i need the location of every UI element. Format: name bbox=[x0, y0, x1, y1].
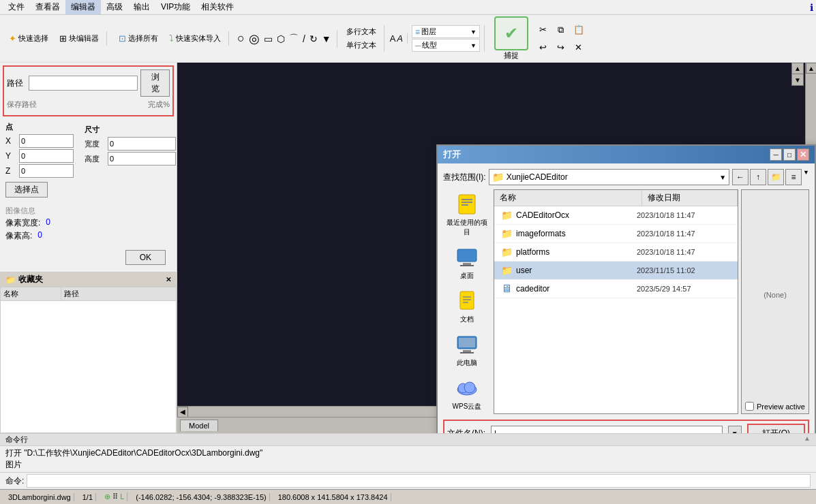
nav-view-btn[interactable]: ≡ bbox=[785, 169, 802, 185]
file-row-1[interactable]: 📁 imageformats 2023/10/18 11:47 bbox=[494, 225, 738, 243]
pixel-width-value: 0 bbox=[46, 217, 50, 229]
nav-back-btn[interactable]: ← bbox=[732, 169, 749, 185]
command-area: 命令行 ▲ 打开 "D:\工作软件\XunjieCADEditor\CADEdi… bbox=[0, 433, 816, 489]
rect-tool[interactable]: ▭ bbox=[262, 32, 274, 46]
bookmarks-cols: 名称 路径 bbox=[1, 287, 176, 301]
nav-new-folder-btn[interactable]: 📁 bbox=[768, 169, 784, 185]
command-output: 打开 "D:\工作软件\XunjieCADEditor\CADEditorOcx… bbox=[0, 446, 816, 472]
expand-command-icon[interactable]: ▲ bbox=[804, 435, 811, 445]
svg-rect-15 bbox=[463, 263, 471, 265]
circle2-tool[interactable]: ◎ bbox=[247, 30, 261, 48]
multiline-text-btn[interactable]: 多行文本 bbox=[343, 25, 380, 38]
font-tool[interactable]: A bbox=[390, 33, 396, 44]
more-draw-tool[interactable]: ▼ bbox=[320, 32, 333, 46]
sidebar-desktop[interactable]: 桌面 bbox=[443, 242, 491, 283]
dialog-maximize-btn[interactable]: □ bbox=[783, 148, 796, 161]
select-all-btn[interactable]: ⊡ 选择所有 bbox=[114, 31, 163, 46]
status-nav-icons: ⊕ ⠿ L bbox=[102, 492, 127, 501]
circle-tool[interactable]: ○ bbox=[236, 30, 246, 47]
rotate-tool[interactable]: ↻ bbox=[308, 32, 319, 46]
sidebar-computer[interactable]: 此电脑 bbox=[443, 330, 491, 371]
dialog-titlebar: 打开 ─ □ ✕ bbox=[438, 146, 815, 163]
select-point-button[interactable]: 选择点 bbox=[5, 182, 48, 198]
file-row-4[interactable]: 🖥 cadeditor 2023/5/29 14:57 bbox=[494, 280, 738, 298]
width-label: 宽度 bbox=[85, 139, 105, 149]
svg-point-27 bbox=[464, 382, 475, 393]
open-button[interactable]: 打开(O) bbox=[747, 424, 805, 433]
preview-active-checkbox[interactable] bbox=[745, 402, 754, 411]
status-location-icon[interactable]: ⊕ bbox=[104, 492, 110, 501]
capture-btn[interactable]: ✔ 捕捉 bbox=[494, 16, 528, 61]
menu-viewer[interactable]: 查看器 bbox=[30, 0, 65, 14]
dialog-close-btn[interactable]: ✕ bbox=[797, 148, 809, 161]
file-row-3[interactable]: 📁 user 2023/11/15 11:02 bbox=[494, 262, 738, 280]
delete-tool[interactable]: ✕ bbox=[571, 40, 587, 56]
browse-button[interactable]: 浏览 bbox=[140, 69, 170, 97]
command-output-line2: 图片 bbox=[5, 459, 811, 471]
status-snap-icon[interactable]: L bbox=[120, 492, 124, 501]
filename-input[interactable] bbox=[491, 426, 723, 434]
command-prompt-label: 命令: bbox=[5, 475, 24, 487]
edit-tools-grid: ✂ ⧉ 📋 ↩ ↪ ✕ bbox=[535, 22, 587, 56]
sidebar-documents[interactable]: 文档 bbox=[443, 286, 491, 327]
location-label: 查找范围(I): bbox=[443, 172, 486, 183]
sidebar-wps-cloud[interactable]: WPS云盘 bbox=[443, 373, 491, 414]
command-input-row: 命令: bbox=[0, 472, 816, 489]
layer-combo[interactable]: ≡ 图层 ▼ bbox=[412, 25, 480, 38]
file-name-2: platforms bbox=[516, 247, 637, 257]
singleline-text-btn[interactable]: 单行文本 bbox=[343, 39, 380, 52]
col-path: 路径 bbox=[61, 287, 176, 300]
status-grid-icon[interactable]: ⠿ bbox=[112, 492, 118, 501]
recent-icon bbox=[455, 192, 479, 217]
sidebar-recent[interactable]: 最近使用的项目 bbox=[443, 189, 491, 240]
linetype-combo[interactable]: ─ 线型 ▼ bbox=[412, 39, 480, 52]
menu-file[interactable]: 文件 bbox=[3, 0, 30, 14]
paste-tool[interactable]: 📋 bbox=[571, 22, 587, 38]
folder-icon-3: 📁 bbox=[500, 264, 513, 277]
path-input[interactable] bbox=[29, 76, 138, 91]
menu-advanced[interactable]: 高级 bbox=[101, 0, 128, 14]
redo-tool[interactable]: ↪ bbox=[553, 40, 569, 56]
italic-tool[interactable]: A bbox=[397, 33, 403, 44]
col-name-header: 名称 bbox=[494, 190, 642, 206]
poly-tool[interactable]: ⬡ bbox=[275, 32, 286, 46]
height-input[interactable] bbox=[108, 152, 176, 166]
z-input[interactable] bbox=[19, 164, 74, 178]
copy-tool[interactable]: ⧉ bbox=[553, 22, 569, 38]
menu-related[interactable]: 相关软件 bbox=[196, 0, 239, 14]
menu-output[interactable]: 输出 bbox=[128, 0, 155, 14]
svg-rect-12 bbox=[462, 202, 472, 203]
bookmark-close-icon[interactable]: ✕ bbox=[166, 276, 171, 283]
status-coordinates[interactable]: (-146.0282; -156.4304; -9.388323E-15) bbox=[133, 493, 269, 501]
pixel-height-label: 像素高: bbox=[5, 230, 32, 242]
block-editor-btn[interactable]: ⊞ 块编辑器 bbox=[55, 31, 104, 46]
computer-label: 此电脑 bbox=[457, 358, 477, 368]
filename-arrow-icon[interactable]: ▼ bbox=[728, 426, 742, 434]
pixel-height-row: 像素高: 0 bbox=[5, 230, 171, 242]
nav-up-btn[interactable]: ↑ bbox=[750, 169, 766, 185]
quick-import-btn[interactable]: ⤵ 快速实体导入 bbox=[164, 31, 226, 46]
nav-view-arrow[interactable]: ▼ bbox=[803, 169, 809, 185]
folder-icon-1: 📁 bbox=[500, 227, 513, 240]
quick-select-btn[interactable]: ✦ 快速选择 bbox=[4, 31, 53, 46]
undo-tool[interactable]: ↩ bbox=[535, 40, 551, 56]
cut-tool[interactable]: ✂ bbox=[535, 22, 551, 38]
file-row-0[interactable]: 📁 CADEditorOcx 2023/10/18 11:47 bbox=[494, 206, 738, 225]
y-input[interactable] bbox=[19, 149, 74, 163]
width-input[interactable] bbox=[108, 137, 176, 151]
arc-tool[interactable]: ⌒ bbox=[288, 31, 300, 46]
pixel-height-value: 0 bbox=[37, 230, 42, 242]
svg-rect-23 bbox=[460, 352, 474, 353]
info-icon[interactable]: ℹ bbox=[810, 2, 813, 13]
pixel-width-row: 像素宽度: 0 bbox=[5, 217, 171, 229]
file-row-2[interactable]: 📁 platforms 2023/10/18 11:47 bbox=[494, 243, 738, 262]
line-tool[interactable]: / bbox=[301, 32, 307, 46]
ok-button[interactable]: OK bbox=[125, 250, 166, 265]
location-combo[interactable]: 📁 XunjieCADEditor ▼ bbox=[489, 169, 729, 185]
open-file-dialog: 打开 ─ □ ✕ 查找范围(I): bbox=[436, 144, 816, 433]
command-input[interactable] bbox=[27, 474, 811, 488]
menu-editor[interactable]: 编辑器 bbox=[65, 0, 101, 14]
x-input[interactable] bbox=[19, 134, 74, 148]
dialog-minimize-btn[interactable]: ─ bbox=[770, 148, 782, 161]
menu-vip[interactable]: VIP功能 bbox=[155, 0, 196, 14]
